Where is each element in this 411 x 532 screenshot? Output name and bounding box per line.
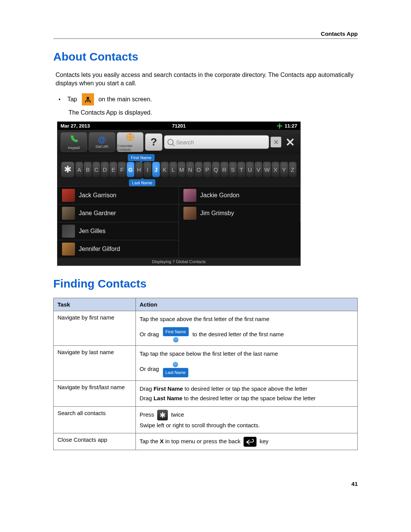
search-input[interactable]: Search	[164, 135, 269, 149]
search-placeholder: Search	[176, 139, 194, 145]
letter-m[interactable]: M	[178, 162, 185, 177]
contact-item[interactable]: Jennifer Gilford	[57, 240, 179, 258]
letter-n[interactable]: N	[186, 162, 194, 177]
contact-name: Jim Grimsby	[200, 210, 234, 217]
bullet-post-text: on the main screen.	[99, 96, 152, 103]
letter-f[interactable]: F	[118, 162, 126, 177]
letter-b[interactable]: B	[84, 162, 91, 177]
first-name-chip: First Name	[163, 327, 189, 337]
t: Last Name	[153, 395, 182, 401]
t: to the desired letter or tap the space b…	[182, 395, 315, 401]
letter-k[interactable]: K	[161, 162, 168, 177]
contact-item[interactable]: Jim Grimsby	[179, 204, 300, 222]
contact-item[interactable]: Jen Gilles	[57, 222, 179, 240]
contact-name: Jennifer Gilford	[79, 246, 120, 252]
star-key-icon: ✱	[157, 410, 168, 420]
letter-s[interactable]: S	[229, 162, 237, 177]
letter-l[interactable]: L	[169, 162, 177, 177]
globe-icon	[126, 133, 135, 143]
first-name-slider-icon: First Name	[163, 327, 189, 343]
bullet-dot-icon: •	[59, 96, 61, 102]
avatar	[62, 225, 75, 238]
contact-item[interactable]: Jane Gardner	[57, 204, 179, 222]
letter-g[interactable]: G	[127, 162, 134, 177]
contacts-app-icon	[82, 93, 94, 105]
contacts-list: Jack GarrisonJackie GordonJane GardnerJi…	[57, 186, 300, 258]
letter-j[interactable]: J	[152, 162, 160, 177]
letter-y[interactable]: Y	[280, 162, 288, 177]
letter-u[interactable]: U	[246, 162, 253, 177]
tab-dial-uri[interactable]: @ Dial URI	[89, 132, 115, 152]
last-name-slider-icon: Last Name	[163, 362, 188, 377]
clear-search-button[interactable]: ✕	[271, 137, 281, 147]
letter-z[interactable]: Z	[289, 162, 296, 177]
t: Tap the	[140, 438, 160, 444]
t: in top menu or press the back	[164, 438, 241, 444]
help-button[interactable]: ?	[145, 133, 162, 151]
letter-c[interactable]: C	[92, 162, 100, 177]
action-text: Tap tap the space below the first letter…	[140, 349, 354, 359]
letter-a[interactable]: A	[75, 162, 83, 177]
alpha-index: First Name ✱ ABCDEFGHIJKLMNOPQRSTUVWXYZ …	[57, 154, 300, 186]
col-action: Action	[135, 298, 357, 311]
page-number: 41	[53, 481, 358, 487]
heading-about-contacts: About Contacts	[53, 50, 358, 63]
first-name-tag[interactable]: First Name	[128, 154, 155, 161]
action-cell: Tap the space above the first letter of …	[135, 311, 357, 346]
task-cell: Navigate by first/last name	[54, 380, 136, 406]
status-bar: Mar 27, 2013 71201 11:27	[57, 122, 300, 130]
tasks-table: Task Action Navigate by first name Tap t…	[53, 298, 358, 450]
slider-dot-icon	[173, 337, 178, 342]
last-name-tag[interactable]: Last Name	[129, 179, 155, 186]
back-key-icon	[244, 437, 256, 447]
letter-v[interactable]: V	[255, 162, 262, 177]
contact-name: Jane Gardner	[79, 210, 116, 217]
letter-q[interactable]: Q	[212, 162, 220, 177]
table-row: Navigate by first name Tap the space abo…	[54, 311, 358, 346]
action-cell: Tap the X in top menu or press the back …	[135, 433, 357, 450]
letter-e[interactable]: E	[110, 162, 117, 177]
letter-p[interactable]: P	[203, 162, 211, 177]
bullet-pre-text: Tap	[67, 96, 77, 103]
contact-name: Jen Gilles	[79, 228, 105, 235]
letter-d[interactable]: D	[101, 162, 108, 177]
t: X	[160, 438, 164, 444]
action-cell: Tap tap the space below the first letter…	[135, 346, 357, 380]
col-task: Task	[54, 298, 136, 311]
table-row: Close Contacts app Tap the X in top menu…	[54, 433, 358, 450]
action-post-text: to the desired letter of the first name	[193, 331, 284, 337]
last-name-chip: Last Name	[163, 368, 188, 377]
star-button[interactable]: ✱	[61, 162, 74, 177]
avatar	[62, 207, 75, 220]
status-extension: 71201	[172, 123, 186, 129]
letter-o[interactable]: O	[195, 162, 202, 177]
letter-r[interactable]: R	[220, 162, 228, 177]
close-button[interactable]: ✕	[283, 135, 297, 149]
slider-dot-icon	[173, 362, 178, 367]
page-header: Contacts App	[53, 30, 358, 39]
svg-point-1	[87, 101, 88, 102]
at-icon: @	[98, 136, 106, 144]
letter-i[interactable]: I	[143, 162, 151, 177]
tab-keypad-label: Keypad	[68, 146, 80, 150]
contacts-count-footer: Displaying 7 Global Contacts	[57, 258, 300, 265]
contact-item[interactable]: Jack Garrison	[57, 186, 179, 204]
action-text: Tap the space above the first letter of …	[140, 314, 354, 324]
tab-keypad[interactable]: Keypad	[61, 132, 87, 152]
letter-x[interactable]: X	[272, 162, 279, 177]
t: Drag	[140, 385, 154, 392]
intro-paragraph: Contacts lets you easily access and sear…	[56, 71, 358, 87]
letter-w[interactable]: W	[263, 162, 271, 177]
t: key	[260, 438, 268, 444]
tab-corporate-contacts[interactable]: Corporate Contacts	[117, 132, 143, 152]
contact-item[interactable]: Jackie Gordon	[179, 186, 300, 204]
letter-t[interactable]: T	[237, 162, 245, 177]
search-icon	[167, 139, 174, 145]
t: Swipe left or right to scroll through th…	[140, 420, 354, 430]
t: twice	[171, 411, 184, 418]
t: Press	[140, 411, 154, 418]
t: First Name	[153, 385, 183, 392]
task-cell: Navigate by last name	[54, 346, 136, 380]
t: Drag	[140, 395, 154, 401]
phone-icon	[69, 134, 78, 145]
